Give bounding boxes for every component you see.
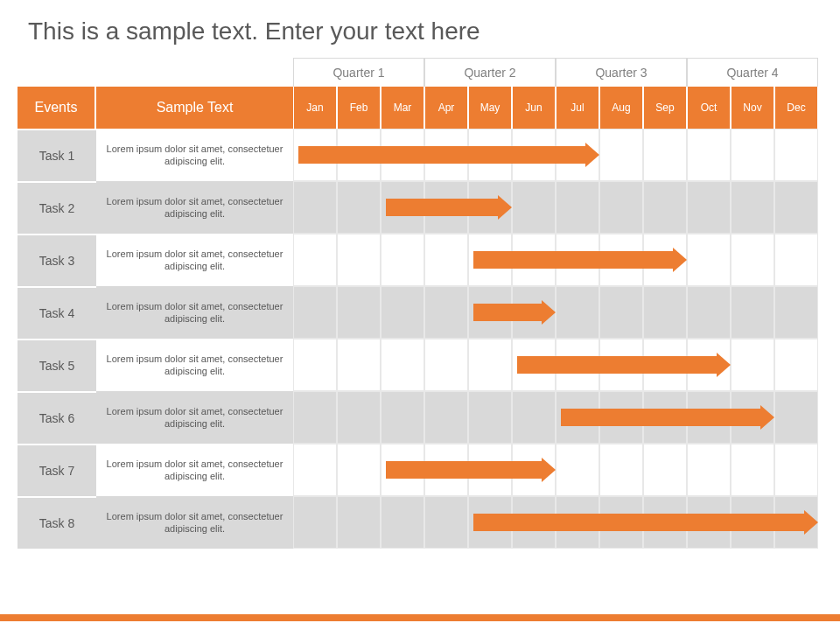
quarter-cell: Quarter 2 bbox=[424, 58, 556, 87]
timeline-cell bbox=[731, 129, 774, 181]
timeline-cell bbox=[381, 496, 424, 549]
timeline-cell bbox=[687, 444, 731, 496]
task-row: Task 1Lorem ipsum dolor sit amet, consec… bbox=[18, 129, 822, 181]
timeline-cell bbox=[381, 391, 424, 444]
timeline-cell bbox=[643, 286, 687, 339]
task-description: Lorem ipsum dolor sit amet, consectetuer… bbox=[96, 496, 293, 549]
task-row: Task 5Lorem ipsum dolor sit amet, consec… bbox=[18, 339, 822, 391]
timeline-cell bbox=[337, 444, 381, 496]
gantt-chart: Quarter 1 Quarter 2 Quarter 3 Quarter 4 … bbox=[18, 58, 822, 549]
gantt-bar-arrow bbox=[386, 461, 542, 479]
task-timeline bbox=[293, 391, 818, 444]
timeline-cell bbox=[599, 444, 643, 496]
timeline-cell bbox=[731, 339, 774, 391]
timeline-cell bbox=[774, 129, 818, 181]
timeline-cell bbox=[424, 391, 468, 444]
timeline-cell bbox=[774, 181, 818, 234]
gantt-bar-arrow bbox=[561, 409, 760, 426]
task-row: Task 2Lorem ipsum dolor sit amet, consec… bbox=[18, 181, 822, 234]
quarter-cell: Quarter 3 bbox=[556, 58, 687, 87]
timeline-cell bbox=[774, 444, 818, 496]
timeline-cell bbox=[643, 129, 687, 181]
timeline-cell bbox=[468, 339, 512, 391]
task-timeline bbox=[293, 234, 818, 286]
timeline-cell bbox=[293, 391, 337, 444]
month-cell: Jan bbox=[293, 87, 337, 129]
task-name-cell: Task 4 bbox=[18, 286, 96, 339]
task-row: Task 6Lorem ipsum dolor sit amet, consec… bbox=[18, 391, 822, 444]
task-name-cell: Task 8 bbox=[18, 496, 96, 549]
timeline-cell bbox=[687, 286, 731, 339]
gantt-bar-arrow bbox=[473, 251, 673, 269]
month-cell: Oct bbox=[687, 87, 731, 129]
task-timeline bbox=[293, 286, 818, 339]
gantt-bar-arrow bbox=[517, 356, 717, 374]
timeline-cell bbox=[599, 181, 643, 234]
timeline-cell bbox=[512, 391, 556, 444]
task-row: Task 4Lorem ipsum dolor sit amet, consec… bbox=[18, 286, 822, 339]
month-cell: Aug bbox=[599, 87, 643, 129]
task-row: Task 7Lorem ipsum dolor sit amet, consec… bbox=[18, 444, 822, 496]
timeline-cell bbox=[381, 234, 424, 286]
task-row: Task 3Lorem ipsum dolor sit amet, consec… bbox=[18, 234, 822, 286]
timeline-cell bbox=[643, 181, 687, 234]
timeline-cell bbox=[337, 234, 381, 286]
timeline-cell bbox=[599, 129, 643, 181]
timeline-cell bbox=[687, 181, 731, 234]
timeline-cell bbox=[293, 286, 337, 339]
timeline-cell bbox=[337, 181, 381, 234]
task-description: Lorem ipsum dolor sit amet, consectetuer… bbox=[96, 391, 293, 444]
timeline-cell bbox=[731, 181, 774, 234]
header-row: Events Sample Text Jan Feb Mar Apr May J… bbox=[18, 87, 822, 129]
task-description: Lorem ipsum dolor sit amet, consectetuer… bbox=[96, 444, 293, 496]
timeline-cell bbox=[337, 286, 381, 339]
timeline-cell bbox=[468, 391, 512, 444]
timeline-cell bbox=[337, 496, 381, 549]
timeline-cell bbox=[381, 339, 424, 391]
timeline-cell bbox=[687, 129, 731, 181]
timeline-cell bbox=[424, 496, 468, 549]
task-description: Lorem ipsum dolor sit amet, consectetuer… bbox=[96, 129, 293, 181]
task-name-cell: Task 2 bbox=[18, 181, 96, 234]
header-sample-text: Sample Text bbox=[96, 87, 293, 129]
timeline-cell bbox=[731, 444, 774, 496]
timeline-cell bbox=[293, 234, 337, 286]
gantt-body: Task 1Lorem ipsum dolor sit amet, consec… bbox=[18, 129, 822, 549]
month-cell: Apr bbox=[424, 87, 468, 129]
month-cell: May bbox=[468, 87, 512, 129]
month-cell: Mar bbox=[381, 87, 424, 129]
timeline-cell bbox=[687, 234, 731, 286]
timeline-cell bbox=[556, 444, 599, 496]
task-name-cell: Task 3 bbox=[18, 234, 96, 286]
timeline-cell bbox=[424, 339, 468, 391]
header-months: Jan Feb Mar Apr May Jun Jul Aug Sep Oct … bbox=[293, 87, 818, 129]
timeline-cell bbox=[424, 234, 468, 286]
task-name-cell: Task 7 bbox=[18, 444, 96, 496]
timeline-cell bbox=[643, 444, 687, 496]
timeline-cell bbox=[556, 181, 599, 234]
month-cell: Nov bbox=[731, 87, 774, 129]
task-timeline bbox=[293, 339, 818, 391]
task-description: Lorem ipsum dolor sit amet, consectetuer… bbox=[96, 234, 293, 286]
quarter-header-row: Quarter 1 Quarter 2 Quarter 3 Quarter 4 bbox=[293, 58, 818, 87]
footer-accent-bar bbox=[0, 614, 840, 621]
gantt-bar-arrow bbox=[473, 514, 804, 531]
month-cell: Sep bbox=[643, 87, 687, 129]
timeline-cell bbox=[337, 391, 381, 444]
timeline-cell bbox=[774, 234, 818, 286]
task-name-cell: Task 6 bbox=[18, 391, 96, 444]
timeline-cell bbox=[337, 339, 381, 391]
timeline-cell bbox=[293, 496, 337, 549]
task-name-cell: Task 5 bbox=[18, 339, 96, 391]
month-cell: Dec bbox=[774, 87, 818, 129]
task-timeline bbox=[293, 181, 818, 234]
month-cell: Feb bbox=[337, 87, 381, 129]
timeline-cell bbox=[599, 286, 643, 339]
task-timeline bbox=[293, 496, 818, 549]
timeline-cell bbox=[381, 286, 424, 339]
timeline-cell bbox=[556, 286, 599, 339]
timeline-cell bbox=[424, 286, 468, 339]
task-description: Lorem ipsum dolor sit amet, consectetuer… bbox=[96, 286, 293, 339]
page-title: This is a sample text. Enter your text h… bbox=[0, 0, 840, 58]
timeline-cell bbox=[774, 286, 818, 339]
